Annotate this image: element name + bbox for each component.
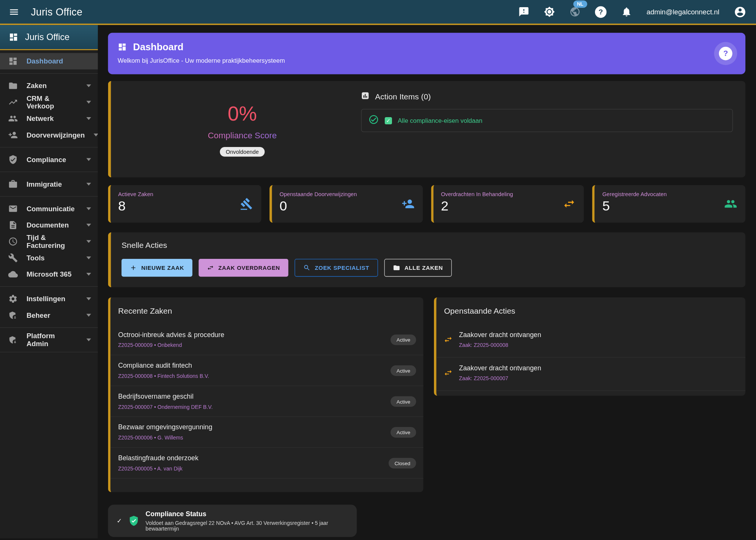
sidebar-item-instellingen[interactable]: Instellingen	[0, 291, 98, 307]
sidebar-item-label: Beheer	[26, 311, 50, 319]
chevron-down-icon	[86, 338, 91, 341]
case-subtitle: Z2025-000009 • Onbekend	[118, 342, 378, 348]
sidebar-item-crm-verkoop[interactable]: CRM & Verkoop	[0, 94, 98, 110]
check-icon: ✓	[117, 517, 122, 525]
case-row[interactable]: Compliance audit fintech Z2025-000008 • …	[110, 355, 423, 386]
notifications-bell-icon[interactable]	[621, 6, 632, 17]
compliance-score-value: 0%	[228, 102, 257, 125]
zoek-specialist-button[interactable]: ZOEK SPECIALIST	[294, 259, 378, 277]
sidebar-item-microsoft-365[interactable]: Microsoft 365	[0, 266, 98, 282]
sidebar-item-zaken[interactable]: Zaken	[0, 77, 98, 94]
banner-help-button[interactable]: ?	[714, 42, 737, 65]
case-row[interactable]: Octrooi-inbreuk advies & procedure Z2025…	[110, 324, 423, 355]
sidebar-item-compliance[interactable]: Compliance	[0, 152, 98, 168]
divider	[0, 286, 98, 287]
people-icon	[724, 197, 737, 210]
stat-label: Actieve Zaken	[118, 191, 254, 197]
recent-cases-title: Recente Zaken	[110, 306, 423, 316]
sidebar-item-dashboard[interactable]: Dashboard	[0, 53, 98, 69]
chevron-down-icon	[86, 117, 91, 120]
admin-shield-icon	[8, 335, 18, 345]
sidebar-item-label: Documenten	[26, 221, 69, 229]
sidebar-item-label: Doorverwijzingen	[26, 131, 85, 139]
sidebar: Juris Office Dashboard Zaken CRM & Verko…	[0, 25, 98, 538]
chevron-down-icon	[86, 297, 91, 300]
sidebar-item-label: Tijd & Facturering	[26, 234, 77, 249]
sidebar-item-label: Dashboard	[26, 57, 63, 65]
case-row[interactable]: Bedrijfsovername geschil Z2025-000007 • …	[110, 386, 423, 417]
menu-icon[interactable]	[9, 6, 19, 17]
stat-card-overdrachten-in-behandeling: Overdrachten In Behandeling 2	[431, 185, 584, 223]
sidebar-item-documenten[interactable]: Documenten	[0, 217, 98, 233]
sidebar-item-label: Compliance	[26, 156, 66, 163]
stat-value: 2	[441, 199, 576, 214]
wrench-icon	[8, 253, 18, 263]
bar-chart-icon	[361, 91, 369, 102]
case-row[interactable]: Belastingfraude onderzoek Z2025-000005 •…	[110, 448, 423, 479]
stat-label: Openstaande Doorverwijzingen	[279, 191, 415, 197]
zaak-overdragen-button[interactable]: ZAAK OVERDRAGEN	[198, 259, 288, 277]
chevron-down-icon	[86, 314, 91, 317]
sidebar-item-platform-admin[interactable]: Platform Admin	[0, 332, 98, 348]
nieuwe-zaak-button[interactable]: NIEUWE ZAAK	[121, 259, 192, 277]
sidebar-item-tijd-facturering[interactable]: Tijd & Facturering	[0, 233, 98, 249]
sidebar-item-label: Zaken	[26, 82, 46, 90]
person-add-icon	[8, 130, 18, 140]
compliance-status-footer: ✓ Compliance Status Voldoet aan Gedragsr…	[108, 504, 357, 537]
stat-card-geregistreerde-advocaten: Geregistreerde Advocaten 5	[592, 185, 745, 223]
dashboard-icon	[118, 42, 127, 51]
open-action-row[interactable]: Zaakover dracht ontvangen Zaak: Z2025-00…	[436, 324, 745, 357]
shield-check-icon	[8, 155, 18, 164]
sidebar-item-label: Tools	[26, 254, 45, 261]
clock-icon	[8, 237, 18, 246]
case-title: Bezwaar omgevingsvergunning	[118, 423, 378, 431]
action-subtitle: Zaak: Z2025-000008	[459, 342, 737, 348]
stat-label: Geregistreerde Advocaten	[602, 191, 737, 197]
account-circle-icon[interactable]	[734, 6, 746, 18]
open-action-row[interactable]: Zaakover dracht ontvangen Zaak: Z2025-00…	[436, 357, 745, 391]
open-actions-title: Openstaande Acties	[436, 306, 745, 316]
divider	[0, 327, 98, 328]
feedback-icon[interactable]	[518, 6, 529, 17]
sidebar-item-netwerk[interactable]: Netwerk	[0, 110, 98, 127]
folder-icon	[8, 81, 18, 91]
stat-label: Overdrachten In Behandeling	[441, 191, 576, 197]
stat-card-openstaande-doorverwijzingen: Openstaande Doorverwijzingen 0	[270, 185, 423, 223]
case-subtitle: Z2025-000008 • Fintech Solutions B.V.	[118, 373, 378, 379]
user-email[interactable]: admin@legalconnect.nl	[647, 8, 720, 15]
chevron-down-icon	[86, 257, 91, 260]
mail-icon	[8, 204, 18, 214]
chevron-down-icon	[86, 183, 91, 186]
case-row[interactable]: Bezwaar omgevingsvergunning Z2025-000006…	[110, 417, 423, 448]
status-badge: Active	[391, 396, 416, 407]
case-title: Octrooi-inbreuk advies & procedure	[118, 331, 378, 338]
check-circle-icon	[368, 114, 379, 127]
language-badge: NL	[573, 0, 587, 8]
sidebar-item-beheer[interactable]: Beheer	[0, 307, 98, 323]
compliance-score-label: Compliance Score	[208, 130, 277, 141]
swap-arrows-icon	[563, 197, 576, 210]
sidebar-item-immigratie[interactable]: Immigratie	[0, 176, 98, 192]
chevron-down-icon	[86, 240, 91, 243]
language-globe-icon[interactable]: NL	[569, 6, 580, 17]
case-subtitle: Z2025-000005 • A. van Dijk	[118, 466, 378, 471]
divider	[0, 73, 98, 74]
chevron-down-icon	[86, 84, 91, 87]
alle-zaken-button[interactable]: ALLE ZAKEN	[384, 259, 451, 277]
help-icon[interactable]: ?	[595, 6, 607, 18]
stat-value: 5	[602, 199, 737, 214]
main-content: Dashboard Welkom bij JurisOffice - Uw mo…	[98, 25, 756, 538]
sidebar-item-communicatie[interactable]: Communicatie	[0, 201, 98, 217]
divider	[0, 172, 98, 172]
sidebar-item-label: Immigratie	[26, 180, 62, 188]
sidebar-item-tools[interactable]: Tools	[0, 250, 98, 266]
quick-actions-title: Snelle Acties	[121, 240, 734, 249]
status-badge: Active	[391, 365, 416, 376]
action-items-title: Action Items (0)	[375, 92, 431, 101]
question-mark-icon: ?	[719, 47, 733, 60]
theme-sun-icon[interactable]	[544, 6, 555, 17]
gavel-icon	[240, 197, 253, 210]
action-title: Zaakover dracht ontvangen	[459, 331, 737, 338]
sidebar-item-doorverwijzingen[interactable]: Doorverwijzingen	[0, 127, 98, 143]
case-title: Bedrijfsovername geschil	[118, 392, 378, 400]
